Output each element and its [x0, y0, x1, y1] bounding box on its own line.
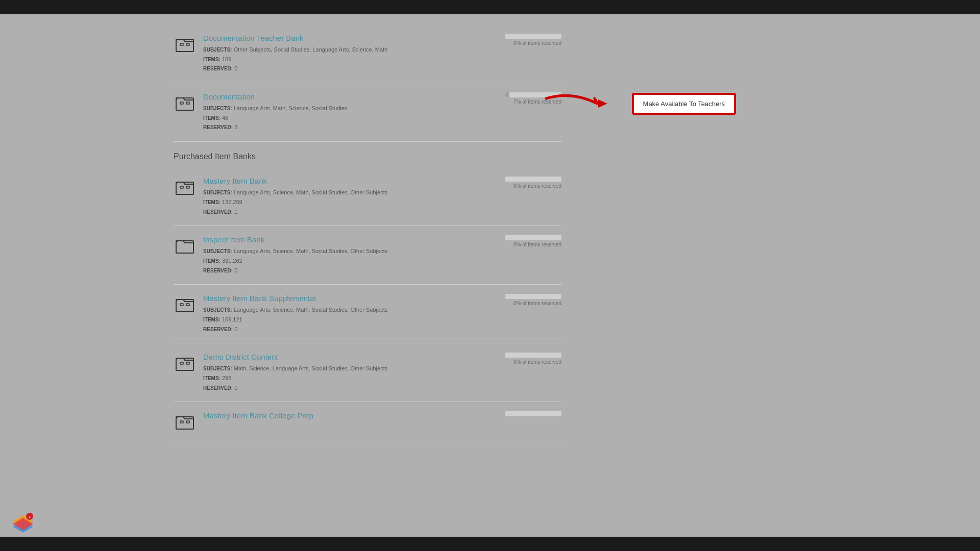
- bank-icon-mastery-supplemental: [174, 294, 196, 316]
- svg-rect-8: [180, 186, 183, 188]
- annotation-wrapper: Make Available To Teachers: [541, 88, 735, 119]
- bank-meta-mastery-supplemental: SUBJECTS: Language Arts, Science, Math, …: [203, 305, 500, 334]
- svg-rect-16: [186, 362, 189, 364]
- bank-item-demo-district: Demo District Content SUBJECTS: Math, Sc…: [174, 343, 561, 402]
- bank-right-college-prep: [500, 411, 561, 418]
- bank-item-documentation: Documentation SUBJECTS: Language Arts, M…: [174, 83, 561, 142]
- bank-name-college-prep[interactable]: Mastery Item Bank College Prep: [203, 411, 500, 420]
- reserved-pct-mastery: 0% of items reserved: [513, 183, 561, 189]
- bank-name-documentation[interactable]: Documentation: [203, 92, 500, 101]
- progress-bar-demo: [505, 353, 561, 358]
- bank-name-inspect[interactable]: Inspect Item Bank: [203, 235, 500, 244]
- progress-bar-container-doc: [505, 92, 561, 97]
- reserved-pct-inspect: 0% of items reserved: [513, 242, 561, 247]
- bank-item-inspect: Inspect Item Bank SUBJECTS: Language Art…: [174, 226, 561, 285]
- svg-rect-2: [186, 43, 189, 45]
- subjects-label: SUBJECTS:: [203, 47, 232, 53]
- top-bar: [0, 0, 980, 14]
- items-label-doc: ITEMS:: [203, 115, 220, 121]
- bank-right-mastery-supplemental: 0% of items reserved: [500, 294, 561, 306]
- bank-name-mastery-supplemental[interactable]: Mastery Item Bank Supplemental: [203, 294, 500, 303]
- svg-rect-15: [180, 362, 183, 364]
- purchased-banks-section: Purchased Item Banks Mastery Item Bank S…: [174, 152, 561, 443]
- svg-rect-4: [180, 102, 183, 104]
- folder-icon-inspect: [175, 237, 194, 256]
- folder-icon-doc: [175, 94, 194, 113]
- bank-right-documentation: 7% of items reserved: [500, 92, 561, 105]
- reserved-label: RESERVED:: [203, 66, 233, 71]
- svg-text:7: 7: [29, 515, 31, 519]
- purchased-section-header: Purchased Item Banks: [174, 152, 561, 163]
- bank-icon-documentation: [174, 92, 196, 115]
- bank-name-doc-teacher[interactable]: Documentation Teacher Bank: [203, 34, 500, 42]
- reserved-pct-supplemental: 0% of items reserved: [513, 300, 561, 306]
- progress-bar-supplemental: [505, 294, 561, 299]
- bank-name-mastery[interactable]: Mastery Item Bank: [203, 177, 500, 185]
- bank-name-demo-district[interactable]: Demo District Content: [203, 353, 500, 361]
- items-label: ITEMS:: [203, 57, 220, 62]
- bank-meta-demo-district: SUBJECTS: Math, Science, Language Arts, …: [203, 364, 500, 392]
- folder-icon-supplemental: [175, 295, 194, 315]
- bottom-bar: [0, 537, 980, 551]
- content-area: Documentation Teacher Bank SUBJECTS: Oth…: [174, 14, 561, 454]
- progress-bar-mastery: [505, 177, 561, 182]
- svg-rect-19: [186, 421, 189, 423]
- reserved-pct: 0% of items reserved: [513, 40, 561, 46]
- folder-icon-college-prep: [175, 413, 194, 432]
- folder-icon-mastery: [175, 178, 194, 197]
- bank-right-mastery: 0% of items reserved: [500, 177, 561, 189]
- bank-right-inspect: 0% of items reserved: [500, 235, 561, 247]
- bank-item-doc-teacher: Documentation Teacher Bank SUBJECTS: Oth…: [174, 24, 561, 83]
- make-available-button[interactable]: Make Available To Teachers: [633, 94, 735, 114]
- svg-rect-13: [186, 304, 189, 306]
- bank-info-doc-teacher: Documentation Teacher Bank SUBJECTS: Oth…: [203, 34, 500, 73]
- bank-item-mastery: Mastery Item Bank SUBJECTS: Language Art…: [174, 167, 561, 226]
- bank-icon-college-prep: [174, 411, 196, 434]
- bank-right-doc-teacher: 0% of items reserved: [500, 34, 561, 46]
- bank-icon-mastery: [174, 177, 196, 199]
- reserved-pct-doc: 7% of items reserved: [513, 99, 561, 105]
- bank-icon-demo-district: [174, 353, 196, 375]
- svg-rect-12: [180, 304, 183, 306]
- bank-info-mastery-supplemental: Mastery Item Bank Supplemental SUBJECTS:…: [203, 294, 500, 334]
- svg-rect-5: [186, 102, 189, 104]
- bottom-logo[interactable]: 7: [10, 510, 36, 536]
- progress-bar-inspect: [505, 235, 561, 240]
- bank-meta-doc-teacher: SUBJECTS: Other Subjects, Social Studies…: [203, 45, 500, 73]
- bank-item-mastery-supplemental: Mastery Item Bank Supplemental SUBJECTS:…: [174, 285, 561, 343]
- bank-meta-mastery: SUBJECTS: Language Arts, Science, Math, …: [203, 188, 500, 216]
- reserved-label-doc: RESERVED:: [203, 124, 233, 130]
- bank-icon-inspect: [174, 235, 196, 258]
- svg-rect-1: [180, 43, 183, 45]
- bank-info-mastery: Mastery Item Bank SUBJECTS: Language Art…: [203, 177, 500, 216]
- svg-rect-18: [180, 421, 183, 423]
- progress-bar-fill-doc: [505, 92, 509, 97]
- bank-meta-inspect: SUBJECTS: Language Arts, Science, Math, …: [203, 246, 500, 275]
- folder-icon-demo: [175, 354, 194, 373]
- svg-rect-9: [186, 186, 189, 188]
- progress-bar-container: [505, 34, 561, 39]
- bank-icon: [174, 34, 196, 56]
- reserved-pct-demo: 0% of items reserved: [513, 359, 561, 365]
- owned-banks-section: Documentation Teacher Bank SUBJECTS: Oth…: [174, 24, 561, 142]
- svg-marker-6: [598, 99, 607, 108]
- bank-info-college-prep: Mastery Item Bank College Prep: [203, 411, 500, 422]
- bank-item-mastery-college-prep: Mastery Item Bank College Prep: [174, 402, 561, 443]
- progress-bar-college-prep: [505, 411, 561, 416]
- folder-icon: [175, 35, 194, 55]
- bank-info-inspect: Inspect Item Bank SUBJECTS: Language Art…: [203, 235, 500, 275]
- bank-info-demo-district: Demo District Content SUBJECTS: Math, Sc…: [203, 353, 500, 392]
- bank-info-documentation: Documentation SUBJECTS: Language Arts, M…: [203, 92, 500, 132]
- bank-meta-documentation: SUBJECTS: Language Arts, Math, Science, …: [203, 104, 500, 132]
- bank-right-demo-district: 0% of items reserved: [500, 353, 561, 365]
- app-logo-icon: 7: [10, 510, 36, 536]
- subjects-label-doc: SUBJECTS:: [203, 106, 232, 111]
